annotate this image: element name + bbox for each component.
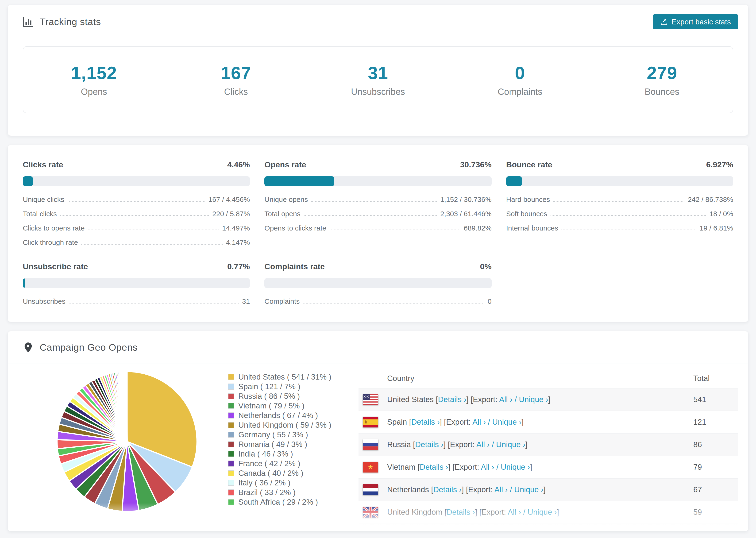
rate-title-row: Opens rate30.736% <box>264 160 491 169</box>
country-cell: Germany [Details ›] [Export: All › / Uni… <box>358 529 693 531</box>
export-prefix: Export: <box>455 463 479 471</box>
total-cell: 59 <box>693 508 738 517</box>
dotted-leader <box>304 215 437 216</box>
total-cell: 79 <box>693 463 738 471</box>
rate-panel-clicks-rate: Clicks rate4.46%Unique clicks167 / 4.456… <box>23 160 250 246</box>
tracking-stats-card: Tracking stats Export basic stats 1,152O… <box>8 5 748 136</box>
legend-swatch <box>228 412 234 418</box>
export-unique-link[interactable]: Unique › <box>504 530 534 531</box>
dotted-leader <box>68 201 205 202</box>
export-unique-link[interactable]: Unique › <box>514 485 544 494</box>
export-basic-stats-button[interactable]: Export basic stats <box>653 14 738 29</box>
legend-label: United States ( 541 / 31% ) <box>238 372 331 381</box>
rate-progress-track <box>264 176 491 186</box>
legend-item-india: India ( 46 / 3% ) <box>228 449 358 459</box>
bracket: [ <box>418 463 420 471</box>
stat-label: Bounces <box>645 87 679 97</box>
country-links: Russia [Details ›] [Export: All › / Uniq… <box>387 440 527 449</box>
export-unique-link[interactable]: Unique › <box>496 440 525 449</box>
slash: / <box>486 418 492 426</box>
export-all-link[interactable]: All › <box>495 485 508 494</box>
legend-item-brazil: Brazil ( 33 / 2% ) <box>228 488 358 497</box>
details-link[interactable]: Details › <box>438 395 466 404</box>
details-link[interactable]: Details › <box>415 440 444 449</box>
rate-row-value: 689.82% <box>464 224 491 232</box>
rate-row-label: Soft bounces <box>506 210 547 218</box>
rate-row-value: 31 <box>242 297 250 305</box>
export-unique-link[interactable]: Unique › <box>519 395 548 404</box>
export-unique-link[interactable]: Unique › <box>501 463 530 471</box>
country-cell: United States [Details ›] [Export: All ›… <box>358 394 693 405</box>
rate-row-value: 14.497% <box>222 224 250 232</box>
country-links: Netherlands [Details ›] [Export: All › /… <box>387 485 546 494</box>
rate-row: Internal bounces19 / 6.81% <box>506 224 733 232</box>
summary-stats-box: 1,152Opens167Clicks31Unsubscribes0Compla… <box>23 46 733 113</box>
export-all-link[interactable]: All › <box>485 530 498 531</box>
details-link[interactable]: Details › <box>433 485 461 494</box>
export-all-link[interactable]: All › <box>508 508 521 516</box>
rate-rows: Unique clicks167 / 4.456%Total clicks220… <box>23 195 250 246</box>
export-all-link[interactable]: All › <box>476 440 490 449</box>
tracking-stats-header: Tracking stats Export basic stats <box>8 5 748 39</box>
rate-title-row: Unsubscribe rate0.77% <box>23 262 250 271</box>
export-all-link[interactable]: All › <box>481 463 494 471</box>
geo-opens-card: Campaign Geo Opens United States ( 541 /… <box>8 331 748 531</box>
export-unique-link[interactable]: Unique › <box>492 418 522 426</box>
legend-swatch <box>228 489 234 496</box>
export-all-link[interactable]: All › <box>499 395 513 404</box>
details-link[interactable]: Details › <box>420 463 448 471</box>
rate-row-label: Total clicks <box>23 210 57 218</box>
flag-icon-nl <box>363 484 378 495</box>
rate-progress-fill <box>264 176 334 186</box>
rate-progress-track <box>264 278 491 288</box>
legend-label: South Africa ( 29 / 2% ) <box>238 498 318 507</box>
details-link[interactable]: Details › <box>423 530 452 531</box>
legend-swatch <box>228 441 234 447</box>
slash: / <box>513 395 519 404</box>
rate-row-label: Total opens <box>264 210 300 218</box>
rate-row-label: Clicks to opens rate <box>23 224 84 232</box>
flag-icon-vn <box>363 462 378 472</box>
country-name: Netherlands <box>387 485 429 494</box>
details-link[interactable]: Details › <box>411 418 440 426</box>
rate-row-label: Unique opens <box>264 195 308 203</box>
dotted-leader <box>551 215 706 216</box>
rate-row: Unique opens1,152 / 30.736% <box>264 195 491 203</box>
rate-progress-track <box>23 278 250 288</box>
rate-row-value: 1,152 / 30.736% <box>440 195 492 203</box>
legend-swatch <box>228 499 234 505</box>
rate-row-label: Unique clicks <box>23 195 64 203</box>
bracket: [ <box>409 418 411 426</box>
export-all-link[interactable]: All › <box>472 418 486 426</box>
bracket: ] <box>521 418 523 426</box>
bracket: ] <box>544 485 546 494</box>
bracket: ] [ <box>452 530 458 531</box>
export-unique-link[interactable]: Unique › <box>527 508 557 516</box>
rate-row: Soft bounces18 / 0% <box>506 210 733 218</box>
flag-icon-ru <box>363 439 378 450</box>
country-name: Spain <box>387 418 407 426</box>
stat-value: 31 <box>368 63 388 83</box>
rate-progress-track <box>506 176 733 186</box>
country-cell: Spain [Details ›] [Export: All › / Uniqu… <box>358 417 693 427</box>
rate-rows: Hard bounces242 / 86.738%Soft bounces18 … <box>506 195 733 232</box>
rate-row-label: Unsubscribes <box>23 297 66 305</box>
country-cell: Vietnam [Details ›] [Export: All › / Uni… <box>358 462 693 472</box>
country-links: Germany [Details ›] [Export: All › / Uni… <box>387 530 536 531</box>
table-row-russia: Russia [Details ›] [Export: All › / Uniq… <box>358 433 738 456</box>
export-prefix: Export: <box>473 395 498 404</box>
legend-swatch <box>228 470 234 476</box>
country-links: Vietnam [Details ›] [Export: All › / Uni… <box>387 463 532 471</box>
legend-swatch <box>228 393 234 399</box>
details-link[interactable]: Details › <box>447 508 475 516</box>
total-cell: 55 <box>693 530 738 531</box>
bracket: [ <box>445 508 447 516</box>
legend-label: Italy ( 36 / 2% ) <box>238 478 291 487</box>
rate-row-value: 220 / 5.87% <box>212 210 250 218</box>
country-cell: Netherlands [Details ›] [Export: All › /… <box>358 484 693 495</box>
flag-icon-es <box>363 417 378 427</box>
legend-swatch <box>228 384 234 390</box>
legend-item-united-kingdom: United Kingdom ( 59 / 3% ) <box>228 420 358 430</box>
legend-swatch <box>228 432 234 438</box>
rate-panel-bounce-rate: Bounce rate6.927%Hard bounces242 / 86.73… <box>506 160 733 246</box>
